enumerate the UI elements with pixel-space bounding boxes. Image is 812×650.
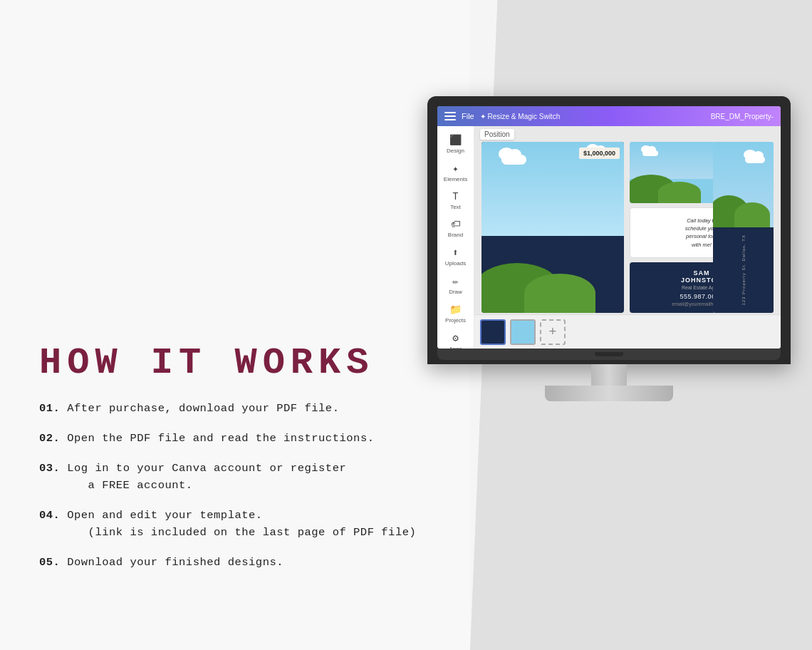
step-3-text: Log in to your Canva account or register… xyxy=(39,462,346,492)
design-main-bg: $1,000,000 xyxy=(482,142,624,313)
step-5-text: Download your finished designs. xyxy=(67,556,283,569)
draw-icon: ✏ xyxy=(452,275,458,287)
apps-label: Apps xyxy=(449,346,462,349)
design-label: Design xyxy=(447,148,464,154)
step-3: 03. Log in to your Canva account or regi… xyxy=(39,460,416,494)
projects-label: Projects xyxy=(445,317,466,324)
monitor-notch xyxy=(595,352,623,356)
text-icon: T xyxy=(452,191,458,202)
thumbnail-strip: + xyxy=(474,314,781,349)
monitor-stand-base xyxy=(545,386,673,401)
step-5-number: 05. xyxy=(39,556,60,569)
draw-label: Draw xyxy=(449,289,462,295)
cloud-1 xyxy=(496,149,531,165)
step-4-text: Open and edit your template. (link is in… xyxy=(39,509,416,539)
step-4: 04. Open and edit your template. (link i… xyxy=(39,507,416,541)
toolbar-filename: BRE_DM_Property- xyxy=(711,113,774,120)
monitor-stand-neck xyxy=(591,364,627,386)
canvas-designs: $1,000,000 xyxy=(482,142,774,313)
monitor-bezel: File ✦ Resize & Magic Switch BRE_DM_Prop… xyxy=(427,96,791,364)
sidebar-tool-projects[interactable]: 📁 Projects xyxy=(440,300,472,327)
monitor-mockup: File ✦ Resize & Magic Switch BRE_DM_Prop… xyxy=(427,96,791,401)
step-2-text: Open the PDF file and read the instructi… xyxy=(67,432,374,445)
sidebar-tool-design[interactable]: ⬛ Design xyxy=(440,130,472,158)
price-tag: $1,000,000 xyxy=(579,148,620,159)
design-main-card: $1,000,000 xyxy=(482,142,624,313)
add-page-button[interactable]: + xyxy=(540,319,566,345)
step-2: 02. Open the PDF file and read the instr… xyxy=(39,430,416,447)
sidebar-tool-apps[interactable]: ⚙ Apps xyxy=(440,329,472,349)
sidebar-tool-text[interactable]: T Text xyxy=(440,187,472,214)
design-right-hills xyxy=(713,185,774,227)
elements-icon: ✦ xyxy=(452,162,458,175)
step-1-number: 01. xyxy=(39,402,60,415)
thumbnail-1[interactable] xyxy=(480,319,506,345)
steps-list: 01. After purchase, download your PDF fi… xyxy=(39,400,416,571)
text-label: Text xyxy=(450,204,461,210)
step-5: 05. Download your finished designs. xyxy=(39,554,416,571)
monitor-screen: File ✦ Resize & Magic Switch BRE_DM_Prop… xyxy=(437,106,781,349)
step-2-number: 02. xyxy=(39,432,60,445)
menu-icon[interactable] xyxy=(444,112,456,120)
step-4-number: 04. xyxy=(39,509,60,522)
sidebar-tool-brand[interactable]: 🏷 Brand xyxy=(440,215,472,242)
section-title: HOW IT WORKS xyxy=(39,342,416,384)
card-small-hill-2 xyxy=(658,182,701,203)
monitor: File ✦ Resize & Magic Switch BRE_DM_Prop… xyxy=(427,96,791,401)
projects-icon: 📁 xyxy=(449,304,462,316)
right-address-text: 123 Property St. Dallas, TX xyxy=(741,234,746,306)
step-1: 01. After purchase, download your PDF fi… xyxy=(39,400,416,417)
uploads-label: Uploads xyxy=(445,260,466,267)
canva-canvas-area[interactable]: Position xyxy=(474,126,781,349)
sidebar-tool-uploads[interactable]: ⬆ Uploads xyxy=(440,243,472,270)
design-hills xyxy=(482,227,624,313)
brand-label: Brand xyxy=(448,232,463,238)
hill-2 xyxy=(524,274,595,313)
design-right-tall-card: 123 Property St. Dallas, TX xyxy=(713,142,774,313)
toolbar-resize-label[interactable]: ✦ Resize & Magic Switch xyxy=(480,113,560,120)
sidebar-tool-draw[interactable]: ✏ Draw xyxy=(440,272,472,299)
canva-toolbar: File ✦ Resize & Magic Switch BRE_DM_Prop… xyxy=(437,106,781,126)
design-icon: ⬛ xyxy=(449,134,462,146)
position-label: Position xyxy=(480,129,514,140)
thumbnail-2[interactable] xyxy=(510,319,536,345)
canva-body: ⬛ Design ✦ Elements T Text 🏷 xyxy=(437,126,781,349)
monitor-bottom-bar xyxy=(437,349,781,360)
design-right-bottom: 123 Property St. Dallas, TX xyxy=(713,227,774,313)
design-right-sky xyxy=(713,142,774,227)
canva-sidebar: ⬛ Design ✦ Elements T Text 🏷 xyxy=(437,126,474,349)
toolbar-file-label[interactable]: File xyxy=(462,112,474,120)
brand-icon: 🏷 xyxy=(451,219,461,230)
design-right-hill-2 xyxy=(734,202,770,227)
step-1-text: After purchase, download your PDF file. xyxy=(67,402,339,415)
apps-icon: ⚙ xyxy=(452,332,458,344)
uploads-icon: ⬆ xyxy=(452,247,458,259)
how-it-works-section: HOW IT WORKS 01. After purchase, downloa… xyxy=(39,342,416,584)
sidebar-tool-elements[interactable]: ✦ Elements xyxy=(440,159,472,186)
step-3-number: 03. xyxy=(39,462,60,475)
elements-label: Elements xyxy=(444,176,467,182)
